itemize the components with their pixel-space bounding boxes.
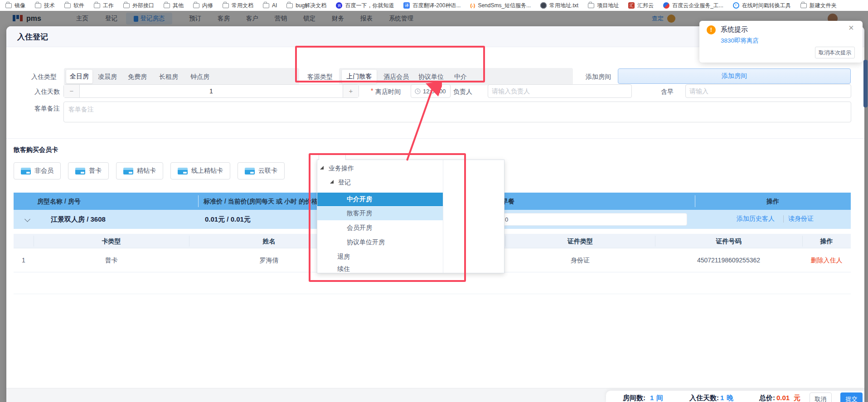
col-card-type: 卡类型 xyxy=(34,234,189,248)
toast-message-link[interactable]: 3830即将离店 xyxy=(721,37,759,45)
bookmark-item[interactable]: 软件 xyxy=(64,2,84,10)
tab-long-rent[interactable]: 长租房 xyxy=(159,72,178,81)
huibang-icon: 汇 xyxy=(628,2,635,9)
remark-textarea[interactable] xyxy=(63,102,851,122)
bookmark-item[interactable]: 外部接口 xyxy=(123,2,154,10)
bookmark-item[interactable]: 汇汇邦云 xyxy=(628,2,654,10)
stay-type-label: 入住类型 xyxy=(31,72,57,81)
remark-label: 客单备注 xyxy=(34,104,60,113)
manager-label: 负责人 xyxy=(453,87,472,96)
tab-full-day-selected[interactable]: 全日房 xyxy=(66,70,92,83)
bookmark-item[interactable]: 百百度一下，你就知道 xyxy=(336,2,394,10)
clock-icon xyxy=(733,2,739,9)
guest-id-number-cell: 450721198609255362 xyxy=(655,248,802,272)
bookmark-label: 工作 xyxy=(103,2,114,10)
bookmark-label: 外部接口 xyxy=(132,2,154,10)
bookmark-item[interactable]: 工作 xyxy=(94,2,114,10)
guest-index-cell: 1 xyxy=(14,248,34,272)
folder-icon xyxy=(223,3,229,8)
col-room-name: 房型名称 / 房号 xyxy=(37,193,81,210)
total-price-unit: 元 xyxy=(794,394,800,402)
folder-icon xyxy=(800,3,807,8)
bookmark-item[interactable]: 百度云企业服务_工... xyxy=(663,2,723,10)
member-card-yunlian[interactable]: 云联卡 xyxy=(238,162,285,179)
sendsms-icon: (-) xyxy=(470,2,475,9)
folder-icon xyxy=(5,3,12,8)
add-history-guest-link[interactable]: 添加历史客人 xyxy=(737,215,775,223)
col-price: 标准价 / 当前价(房间每天 或 小时 的价格) xyxy=(204,193,320,210)
stay-days-label: 入住天数 xyxy=(34,87,60,96)
bookmark-item[interactable]: 在线时间戳转换工具 xyxy=(733,2,791,10)
cancel-button[interactable]: 取消 xyxy=(810,392,832,402)
add-room-button[interactable]: 添加房间 xyxy=(618,68,851,84)
stay-days-value[interactable]: 1 xyxy=(79,85,343,97)
rooms-count-unit: 间 xyxy=(656,394,663,402)
total-price-label: 总价: xyxy=(759,394,775,402)
col-id-type: 证件类型 xyxy=(505,234,655,248)
bookmark-item[interactable]: 项目地址 xyxy=(588,2,619,10)
vip-card-icon xyxy=(21,168,31,174)
globe-icon xyxy=(540,2,547,9)
member-card-label: 非会员 xyxy=(34,167,53,175)
bookmarks-bar: 镜像 技术 软件 工作 外部接口 其他 内修 常用文档 AI bug解决文档 百… xyxy=(0,0,868,11)
plus-icon[interactable]: + xyxy=(343,85,359,97)
bookmark-label: 内修 xyxy=(202,2,213,10)
shield-icon xyxy=(663,2,669,9)
dismiss-toast-button[interactable]: 取消本次提示 xyxy=(815,47,855,58)
breakfast-label: 含早 xyxy=(661,87,674,96)
bookmark-item[interactable]: 常用地址.txt xyxy=(540,2,578,10)
member-card-online-diamond[interactable]: 线上精钻卡 xyxy=(170,162,230,179)
stay-days-stepper: − 1 + xyxy=(63,84,359,98)
manager-input[interactable] xyxy=(488,84,632,98)
breakfast-input[interactable] xyxy=(685,84,851,98)
close-icon[interactable]: × xyxy=(849,23,854,33)
bookmark-label: 常用地址.txt xyxy=(549,2,578,10)
annotation-box-tree-menu xyxy=(309,153,466,282)
rooms-count-label: 房间数: xyxy=(623,394,645,402)
bookmark-item[interactable]: 镜像 xyxy=(5,2,25,10)
folder-icon xyxy=(263,3,269,8)
stay-days-total-label: 入住天数: xyxy=(689,394,719,402)
bookmark-label: 其他 xyxy=(173,2,184,10)
required-asterisk: * xyxy=(371,87,373,94)
bookmark-item[interactable]: 译百度翻译-200种语... xyxy=(403,2,461,10)
member-card-normal[interactable]: 普卡 xyxy=(68,162,109,179)
bookmark-label: 新建文件夹 xyxy=(810,2,837,10)
bookmark-item[interactable]: bug解决文档 xyxy=(286,2,326,10)
bookmark-item[interactable]: 常用文档 xyxy=(223,2,253,10)
tab-early-morning[interactable]: 凌晨房 xyxy=(98,72,117,81)
member-card-diamond[interactable]: 精钻卡 xyxy=(116,162,163,179)
minus-icon[interactable]: − xyxy=(64,85,79,97)
member-card-nonmember[interactable]: 非会员 xyxy=(14,162,61,179)
scrollbar-thumb[interactable] xyxy=(863,60,868,107)
bookmark-label: 在线时间戳转换工具 xyxy=(742,2,791,10)
col-id-number: 证件号码 xyxy=(655,234,802,248)
link-divider xyxy=(783,215,784,223)
folder-icon xyxy=(164,3,170,8)
folder-icon xyxy=(588,3,594,8)
bookmark-item[interactable]: 技术 xyxy=(35,2,55,10)
tab-hourly-room[interactable]: 钟点房 xyxy=(190,72,209,81)
delete-guest-link[interactable]: 删除入住人 xyxy=(802,248,851,272)
folder-icon xyxy=(94,3,100,8)
column-divider xyxy=(198,195,199,207)
tab-free-room[interactable]: 免费房 xyxy=(128,72,147,81)
bookmark-label: 软件 xyxy=(73,2,84,10)
bookmark-item[interactable]: AI xyxy=(263,2,277,9)
expand-chevron-icon[interactable] xyxy=(24,216,30,222)
read-idcard-link[interactable]: 读身份证 xyxy=(788,215,814,223)
row-breakfast-count-input[interactable] xyxy=(501,213,687,226)
bookmark-item[interactable]: 其他 xyxy=(164,2,184,10)
col-actions: 操作 xyxy=(695,193,851,210)
bookmark-item[interactable]: (-)SendSms_短信服务... xyxy=(470,2,531,10)
modal-title: 入住登记 xyxy=(17,32,48,42)
annotation-box-source-type xyxy=(295,46,485,82)
submit-button[interactable]: 提交 xyxy=(840,392,863,402)
member-card-label: 普卡 xyxy=(89,167,102,175)
bookmark-item[interactable]: 内修 xyxy=(193,2,213,10)
member-card-label: 线上精钻卡 xyxy=(191,167,223,175)
bookmark-item[interactable]: 新建文件夹 xyxy=(800,2,837,10)
bookmark-label: bug解决文档 xyxy=(296,2,326,10)
col-guest-actions: 操作 xyxy=(802,234,851,248)
member-card-label: 云联卡 xyxy=(258,167,277,175)
